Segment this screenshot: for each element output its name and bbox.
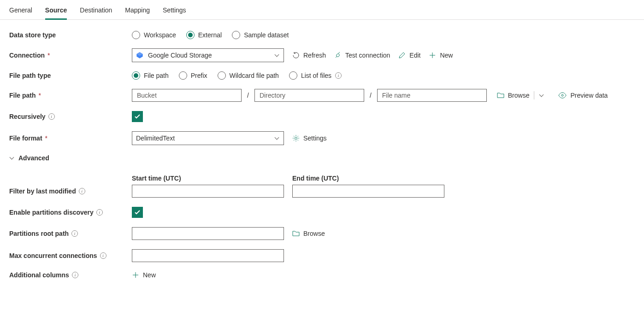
divider [534,91,534,99]
label-enable-partitions: Enable partitions discovery i [9,209,132,216]
preview-data-button[interactable]: Preview data [558,92,608,99]
partitions-root-input[interactable] [132,227,284,240]
label-connection: Connection* [9,52,132,59]
plus-icon [429,52,436,59]
tab-general[interactable]: General [9,4,32,19]
gcs-icon [136,52,143,59]
folder-icon [292,230,300,237]
info-icon[interactable]: i [71,230,78,237]
tab-bar: General Source Destination Mapping Setti… [0,0,644,20]
start-time-input[interactable] [132,185,284,198]
label-file-path: File path* [9,92,132,99]
refresh-button[interactable]: Refresh [292,52,326,59]
chevron-down-icon [274,135,280,141]
path-separator: / [246,92,250,99]
tab-source[interactable]: Source [45,4,67,20]
tab-mapping[interactable]: Mapping [125,4,150,19]
end-time-label: End time (UTC) [292,175,444,182]
edit-button[interactable]: Edit [398,52,420,59]
radio-file-path[interactable]: File path [132,71,169,80]
browse-partitions-button[interactable]: Browse [292,230,325,237]
file-format-select[interactable]: DelimitedText [132,131,284,145]
file-format-selected-text: DelimitedText [136,135,175,142]
file-format-settings-button[interactable]: Settings [292,135,327,142]
info-icon[interactable]: i [335,72,342,79]
radio-wildcard[interactable]: Wildcard file path [218,71,279,80]
test-connection-icon [334,52,342,59]
svg-point-2 [561,94,563,96]
advanced-toggle[interactable]: Advanced [9,154,49,162]
enable-partitions-checkbox[interactable] [132,207,143,218]
form-panel: Data store type Workspace External Sampl… [0,20,644,299]
refresh-icon [292,52,300,59]
path-separator: / [369,92,372,99]
recursively-checkbox[interactable] [132,111,143,122]
tab-settings[interactable]: Settings [163,4,186,19]
label-data-store-type: Data store type [9,31,132,39]
max-concurrent-input[interactable] [132,249,284,262]
bucket-input[interactable] [132,89,242,102]
gear-icon [292,135,300,142]
info-icon[interactable]: i [72,272,78,278]
label-max-concurrent: Max concurrent connections i [9,252,132,259]
directory-input[interactable] [254,89,364,102]
plus-icon [132,271,139,279]
tab-destination[interactable]: Destination [80,4,112,19]
radio-file-path-label: File path [144,72,169,79]
radio-wildcard-label: Wildcard file path [230,72,279,79]
folder-icon [497,92,504,99]
radio-sample-dataset-label: Sample dataset [244,31,289,39]
end-time-input[interactable] [292,185,444,198]
radio-prefix-label: Prefix [191,72,207,79]
start-time-label: Start time (UTC) [132,175,284,182]
radio-workspace[interactable]: Workspace [132,31,176,39]
label-filter-last-modified: Filter by last modified i [9,187,132,198]
connection-selected-text: Google Cloud Storage [148,52,212,59]
browse-file-path-button[interactable]: Browse [497,92,530,99]
info-icon[interactable]: i [96,209,103,216]
connection-select[interactable]: Google Cloud Storage [132,48,284,62]
file-path-type-radio-group: File path Prefix Wildcard file path List… [132,71,342,80]
new-column-button[interactable]: New [132,271,156,279]
chevron-down-icon [9,155,15,161]
label-file-format: File format* [9,135,132,142]
info-icon[interactable]: i [79,188,85,194]
chevron-down-icon [274,53,280,58]
label-recursively: Recursively i [9,113,132,120]
check-icon [134,209,141,216]
new-connection-button[interactable]: New [429,52,453,59]
svg-point-3 [295,137,297,140]
radio-external-label: External [198,31,222,39]
data-store-type-radio-group: Workspace External Sample dataset [132,31,289,39]
pencil-icon [398,52,406,59]
label-additional-columns: Additional columns i [9,271,132,279]
test-connection-button[interactable]: Test connection [334,52,390,59]
info-icon[interactable]: i [48,113,55,120]
radio-workspace-label: Workspace [144,31,176,39]
label-file-path-type: File path type [9,72,132,79]
radio-prefix[interactable]: Prefix [179,71,207,80]
radio-sample-dataset[interactable]: Sample dataset [232,31,289,39]
chevron-down-icon[interactable] [539,93,544,98]
check-icon [134,113,141,120]
radio-external[interactable]: External [186,31,222,39]
info-icon[interactable]: i [100,252,106,259]
radio-list-files-label: List of files [301,72,331,79]
preview-icon [558,92,567,99]
radio-list-files[interactable]: List of files i [289,71,342,80]
label-partitions-root: Partitions root path i [9,230,132,237]
filename-input[interactable] [377,89,487,102]
